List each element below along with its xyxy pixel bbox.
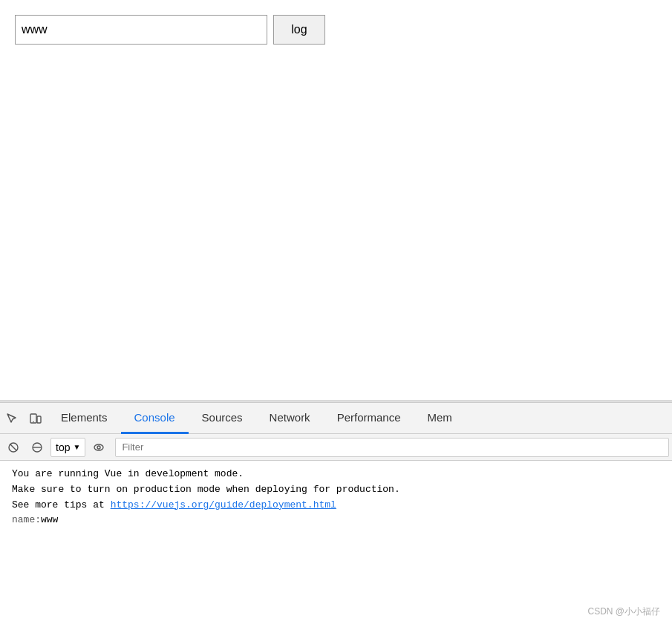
tab-console[interactable]: Console — [121, 403, 189, 434]
devtools-tabs-bar: Elements Console Sources Network Perform… — [0, 403, 672, 434]
inspector-icon-btn[interactable] — [0, 403, 24, 434]
svg-point-2 — [33, 421, 34, 422]
console-line-1: You are running Vue in development mode. — [12, 467, 660, 482]
svg-point-8 — [97, 446, 100, 449]
text-input[interactable]: www — [15, 15, 267, 45]
devtools-toolbar: top ▼ — [0, 434, 672, 461]
devtools-panel: Elements Console Sources Network Perform… — [0, 401, 672, 624]
top-context-dropdown[interactable]: top ▼ — [50, 438, 85, 457]
svg-line-4 — [10, 444, 17, 450]
input-row: www log — [15, 15, 657, 45]
svg-rect-1 — [37, 416, 41, 423]
watermark: CSDN @小小福仔 — [587, 605, 660, 618]
tab-performance[interactable]: Performance — [324, 403, 414, 434]
tab-memory[interactable]: Mem — [414, 403, 466, 434]
browser-content: www log — [0, 0, 672, 401]
console-line-3: See more tips at https://vuejs.org/guide… — [12, 498, 660, 513]
dropdown-arrow-icon: ▼ — [73, 443, 80, 451]
watch-icon-btn[interactable] — [88, 437, 109, 458]
top-label: top — [56, 441, 70, 453]
console-filter-input[interactable] — [115, 438, 669, 457]
device-toolbar-icon-btn[interactable] — [24, 403, 48, 434]
tab-sources[interactable]: Sources — [189, 403, 256, 434]
deployment-link[interactable]: https://vuejs.org/guide/deployment.html — [111, 499, 336, 510]
tab-network[interactable]: Network — [256, 403, 324, 434]
tab-elements[interactable]: Elements — [48, 403, 121, 434]
console-line-name: name:www — [12, 513, 660, 528]
svg-point-7 — [94, 444, 103, 450]
clear-console-btn[interactable] — [3, 437, 24, 458]
console-output: You are running Vue in development mode.… — [0, 461, 672, 624]
name-value: www — [41, 513, 58, 528]
log-button[interactable]: log — [273, 15, 325, 45]
console-line-2: Make sure to turn on production mode whe… — [12, 482, 660, 498]
block-icon-btn[interactable] — [27, 437, 48, 458]
name-label: name: — [12, 513, 41, 528]
